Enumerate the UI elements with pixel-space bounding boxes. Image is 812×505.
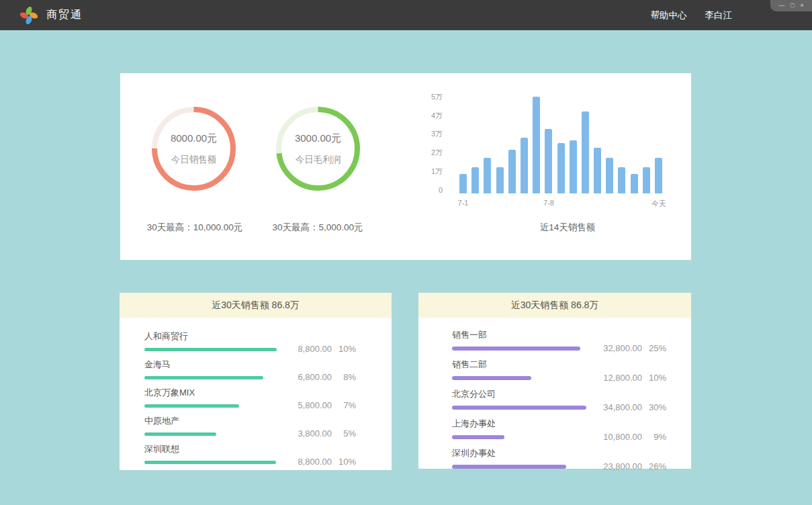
item-values: 34,800.0030% [598, 402, 666, 412]
chart-bar [521, 138, 528, 193]
item-values: 8,800.0010% [287, 457, 356, 467]
x-axis-label: 7-1 [443, 199, 484, 207]
y-axis-label: 2万 [409, 148, 443, 157]
chart-bar [594, 148, 601, 193]
percent-value: 10% [332, 344, 356, 354]
percent-value: 30% [642, 402, 666, 412]
today-sales-value: 8000.00元 [171, 132, 217, 145]
pinwheel-logo-icon [20, 7, 38, 24]
item-values: 6,800.008% [287, 372, 356, 382]
bar-chart [459, 97, 667, 193]
chart-bar [570, 140, 577, 193]
progress-bar [452, 435, 504, 439]
item-info: 中原地产 [144, 415, 287, 436]
today-sales-donut: 8000.00元 今日销售额 [152, 107, 236, 191]
progress-bar [144, 404, 239, 408]
amount-value: 8,800.00 [287, 344, 332, 354]
progress-bar [144, 376, 263, 379]
bar-chart-title: 近14天销售额 [540, 222, 596, 234]
customer-row: 北京万象MIX5,800.007% [144, 387, 356, 408]
y-axis-label: 3万 [409, 129, 443, 138]
titlebar: 商贸通 帮助中心 李白江 — □ × [0, 0, 812, 30]
department-row: 销售一部32,800.0025% [452, 329, 666, 351]
departments-card-header: 近30天销售额 86.8万 [418, 293, 691, 318]
today-profit-donut: 3000.00元 今日毛利润 [276, 107, 360, 191]
progress-bar [452, 347, 580, 351]
progress-bar [144, 461, 276, 464]
item-info: 销售二部 [452, 359, 598, 380]
item-values: 32,800.0025% [598, 343, 666, 353]
app-window: 商贸通 帮助中心 李白江 — □ × 8000.00元 今日销售额 [0, 0, 812, 505]
item-name: 销售二部 [452, 359, 598, 371]
item-name: 上海办事处 [452, 418, 598, 430]
maximize-button[interactable]: □ [791, 3, 794, 9]
item-info: 人和商贸行 [144, 330, 287, 351]
departments-sales-card: 近30天销售额 86.8万 销售一部32,800.0025%销售二部12,800… [418, 293, 691, 469]
chart-bar [655, 158, 662, 193]
department-row: 深圳办事处23,800.0026% [452, 447, 666, 469]
window-controls: — □ × [770, 0, 812, 11]
help-center-link[interactable]: 帮助中心 [651, 9, 687, 21]
user-name[interactable]: 李白江 [705, 9, 733, 21]
item-values: 5,800.007% [287, 400, 356, 410]
item-values: 12,800.0010% [598, 373, 666, 383]
item-values: 3,800.005% [287, 428, 356, 439]
chart-bar [545, 129, 552, 193]
item-name: 销售一部 [452, 329, 598, 341]
item-name: 中原地产 [144, 415, 287, 427]
today-sales-label: 今日销售额 [171, 154, 217, 166]
percent-value: 10% [332, 457, 356, 467]
app-title: 商贸通 [46, 8, 83, 22]
customer-row: 中原地产3,800.005% [144, 415, 356, 436]
donut-text: 3000.00元 今日毛利润 [276, 107, 360, 191]
customer-row: 金海马6,800.008% [144, 359, 356, 379]
chart-bar [508, 150, 516, 193]
chart-bar [484, 158, 491, 193]
chart-bar [582, 111, 589, 193]
chart-bar [496, 167, 504, 193]
amount-value: 10,800.00 [598, 432, 642, 442]
percent-value: 10% [642, 373, 666, 383]
chart-bar [557, 143, 565, 193]
amount-value: 12,800.00 [598, 373, 642, 383]
item-info: 北京分公司 [452, 388, 598, 410]
customers-card-header: 近30天销售额 86.8万 [120, 293, 392, 318]
customers-sales-card: 近30天销售额 86.8万 人和商贸行8,800.0010%金海马6,800.0… [120, 293, 392, 470]
amount-value: 6,800.00 [287, 372, 332, 382]
progress-bar [452, 376, 531, 380]
percent-value: 25% [642, 343, 666, 353]
y-axis-label: 1万 [409, 167, 443, 176]
today-profit-value: 3000.00元 [295, 132, 341, 145]
profit-30d-max: 30天最高：5,000.00元 [272, 222, 363, 234]
close-button[interactable]: × [801, 3, 804, 9]
summary-card: 8000.00元 今日销售额 3000.00元 今日毛利润 30天最高：10,0… [120, 73, 691, 260]
minimize-button[interactable]: — [778, 3, 784, 9]
amount-value: 34,800.00 [598, 402, 642, 412]
department-list: 销售一部32,800.0025%销售二部12,800.0010%北京分公司34,… [418, 318, 691, 469]
item-info: 上海办事处 [452, 418, 598, 439]
item-info: 深圳办事处 [452, 447, 598, 469]
percent-value: 7% [332, 400, 356, 410]
x-axis-label: 今天 [639, 199, 679, 209]
item-values: 10,800.009% [598, 432, 666, 442]
department-row: 北京分公司34,800.0030% [452, 388, 666, 410]
donut-text: 8000.00元 今日销售额 [152, 107, 236, 191]
item-info: 销售一部 [452, 329, 598, 351]
item-name: 深圳联想 [144, 443, 287, 455]
item-values: 8,800.0010% [287, 344, 356, 354]
chart-bar [606, 158, 613, 193]
chart-bar [631, 174, 638, 193]
chart-bar [459, 174, 467, 193]
amount-value: 3,800.00 [287, 428, 332, 439]
item-name: 北京万象MIX [144, 387, 287, 399]
customer-list: 人和商贸行8,800.0010%金海马6,800.008%北京万象MIX5,80… [120, 318, 392, 464]
y-axis-label: 0 [409, 185, 443, 195]
amount-value: 5,800.00 [287, 400, 332, 410]
progress-bar [452, 465, 566, 469]
amount-value: 8,800.00 [287, 457, 332, 467]
item-name: 深圳办事处 [452, 447, 598, 459]
item-name: 北京分公司 [452, 388, 598, 400]
y-axis-label: 5万 [409, 92, 443, 101]
department-row: 上海办事处10,800.009% [452, 418, 666, 439]
percent-value: 26% [642, 461, 666, 471]
